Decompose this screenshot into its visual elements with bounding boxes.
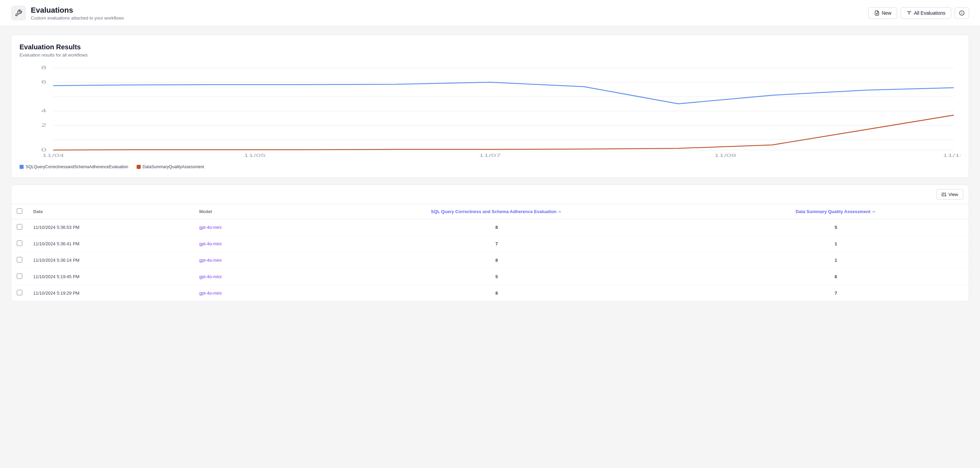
sort-icon-sql (557, 209, 562, 214)
sort-icon-data (872, 209, 876, 214)
row-model: gpt-4o-mini (194, 252, 290, 268)
row-checkbox-cell (11, 219, 28, 236)
chart-title: Evaluation Results (19, 43, 961, 51)
page-subtitle: Custom evaluations attached to your work… (31, 15, 124, 21)
row-checkbox-0[interactable] (17, 224, 22, 230)
main-content: Evaluation Results Evaluation results fo… (0, 26, 980, 310)
row-sql-eval: 5 (290, 268, 703, 285)
row-sql-eval: 8 (290, 219, 703, 236)
new-button-label: New (882, 10, 891, 16)
all-evaluations-button[interactable]: All Evaluations (900, 7, 951, 19)
table-body: 11/10/2024 5:36:53 PM gpt-4o-mini 8 5 11… (11, 219, 969, 302)
row-date: 11/10/2024 5:36:53 PM (28, 219, 194, 236)
row-date: 11/10/2024 5:36:14 PM (28, 252, 194, 268)
row-checkbox-cell (11, 285, 28, 302)
chart-legend: SQLQueryCorrectnessandSchemaAdherenceEva… (19, 165, 961, 169)
row-checkbox-3[interactable] (17, 273, 22, 279)
info-icon (959, 10, 964, 16)
svg-text:0: 0 (41, 147, 46, 152)
page-container: Evaluations Custom evaluations attached … (0, 0, 980, 468)
view-button-label: View (948, 192, 958, 197)
row-date: 11/10/2024 5:19:45 PM (28, 268, 194, 285)
all-evaluations-button-label: All Evaluations (914, 10, 945, 16)
header-left: Evaluations Custom evaluations attached … (11, 5, 124, 21)
row-sql-eval: 7 (290, 236, 703, 252)
wrench-icon (15, 9, 22, 17)
svg-text:2: 2 (41, 122, 46, 128)
svg-text:11/10: 11/10 (943, 153, 961, 158)
select-all-checkbox[interactable] (17, 208, 22, 214)
data-summary-column-header[interactable]: Data Summary Quality Assessment (703, 204, 969, 219)
row-checkbox-cell (11, 268, 28, 285)
table-header-row: Date Model SQL Query Correctness and Sch… (11, 204, 969, 219)
sliders-icon (941, 192, 947, 197)
svg-text:11/07: 11/07 (479, 153, 501, 158)
legend-item-sql: SQLQueryCorrectnessandSchemaAdherenceEva… (19, 165, 129, 169)
view-button[interactable]: View (936, 189, 963, 200)
row-data-summary: 1 (703, 236, 969, 252)
table-section: View Date Model (11, 185, 969, 302)
svg-text:11/08: 11/08 (714, 153, 736, 158)
row-data-summary: 7 (703, 285, 969, 302)
header-right: New All Evaluations (869, 7, 969, 19)
model-link[interactable]: gpt-4o-mini (199, 225, 221, 230)
legend-label-sql: SQLQueryCorrectnessandSchemaAdherenceEva… (26, 165, 129, 169)
table-row: 11/10/2024 5:36:53 PM gpt-4o-mini 8 5 (11, 219, 969, 236)
row-data-summary: 5 (703, 219, 969, 236)
row-date: 11/10/2024 5:36:41 PM (28, 236, 194, 252)
select-all-header (11, 204, 28, 219)
row-checkbox-cell (11, 252, 28, 268)
svg-text:4: 4 (41, 108, 46, 113)
page-title: Evaluations (31, 6, 124, 15)
table-toolbar: View (11, 185, 969, 204)
model-link[interactable]: gpt-4o-mini (199, 241, 221, 246)
row-model: gpt-4o-mini (194, 219, 290, 236)
model-column-header: Model (194, 204, 290, 219)
table-row: 11/10/2024 5:36:41 PM gpt-4o-mini 7 1 (11, 236, 969, 252)
line-chart: 8 6 4 2 0 11/04 11/05 11/07 11/08 (19, 64, 961, 160)
row-model: gpt-4o-mini (194, 285, 290, 302)
row-data-summary: 6 (703, 268, 969, 285)
legend-dot-data (137, 165, 141, 169)
chart-subtitle: Evaluation results for all workflows (19, 53, 961, 58)
model-link[interactable]: gpt-4o-mini (199, 258, 221, 263)
row-checkbox-cell (11, 236, 28, 252)
row-sql-eval: 8 (290, 285, 703, 302)
svg-text:11/05: 11/05 (244, 153, 266, 158)
svg-text:6: 6 (41, 79, 46, 85)
table-row: 11/10/2024 5:19:45 PM gpt-4o-mini 5 6 (11, 268, 969, 285)
legend-dot-sql (19, 165, 24, 169)
svg-text:8: 8 (41, 65, 46, 70)
legend-label-data: DataSummaryQualityAssessment (143, 165, 204, 169)
row-checkbox-4[interactable] (17, 290, 22, 295)
evaluations-table: Date Model SQL Query Correctness and Sch… (11, 204, 969, 301)
model-link[interactable]: gpt-4o-mini (199, 291, 221, 295)
chart-card: Evaluation Results Evaluation results fo… (11, 35, 969, 178)
chart-area: 8 6 4 2 0 11/04 11/05 11/07 11/08 (19, 64, 961, 160)
row-model: gpt-4o-mini (194, 268, 290, 285)
info-button[interactable] (955, 7, 969, 19)
header-title-group: Evaluations Custom evaluations attached … (31, 6, 124, 21)
row-checkbox-2[interactable] (17, 257, 22, 262)
filter-icon (906, 10, 912, 16)
table-row: 11/10/2024 5:19:29 PM gpt-4o-mini 8 7 (11, 285, 969, 302)
table-row: 11/10/2024 5:36:14 PM gpt-4o-mini 8 1 (11, 252, 969, 268)
svg-text:11/04: 11/04 (42, 153, 64, 158)
evaluations-icon-box (11, 5, 26, 21)
date-column-header: Date (28, 204, 194, 219)
row-checkbox-1[interactable] (17, 241, 22, 246)
row-sql-eval: 8 (290, 252, 703, 268)
sql-eval-column-header[interactable]: SQL Query Correctness and Schema Adheren… (290, 204, 703, 219)
row-data-summary: 1 (703, 252, 969, 268)
row-date: 11/10/2024 5:19:29 PM (28, 285, 194, 302)
new-icon (874, 10, 880, 16)
legend-item-data: DataSummaryQualityAssessment (137, 165, 204, 169)
model-link[interactable]: gpt-4o-mini (199, 274, 221, 279)
new-button[interactable]: New (869, 7, 897, 19)
header: Evaluations Custom evaluations attached … (0, 0, 980, 26)
row-model: gpt-4o-mini (194, 236, 290, 252)
